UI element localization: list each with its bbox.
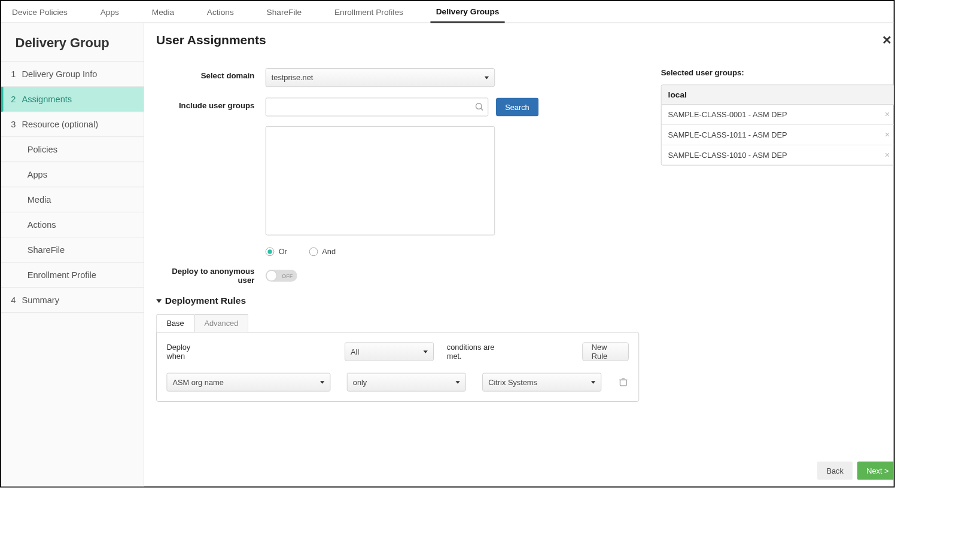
toggle-text: OFF bbox=[282, 273, 293, 279]
deploy-when-dropdown[interactable]: All bbox=[345, 342, 434, 361]
subtab-base[interactable]: Base bbox=[156, 314, 194, 332]
search-results-box bbox=[266, 126, 495, 236]
svg-line-1 bbox=[480, 108, 482, 110]
top-tab-bar: Device Policies Apps Media Actions Share… bbox=[1, 1, 894, 23]
selected-group-header: local bbox=[662, 85, 895, 105]
subtab-advanced[interactable]: Advanced bbox=[194, 314, 249, 332]
search-button[interactable]: Search bbox=[496, 97, 539, 116]
chevron-down-icon bbox=[156, 299, 162, 303]
chevron-down-icon bbox=[455, 381, 459, 384]
svg-point-0 bbox=[476, 103, 482, 109]
deploy-when-value: All bbox=[351, 347, 359, 356]
svg-rect-2 bbox=[620, 380, 626, 386]
sidebar-item-resource[interactable]: 3 Resource (optional) bbox=[1, 112, 144, 137]
chevron-down-icon bbox=[320, 381, 324, 384]
selected-group-item: SAMPLE-CLASS-1010 - ASM DEP × bbox=[662, 145, 895, 165]
sidebar-item-label: Delivery Group Info bbox=[22, 69, 98, 78]
include-user-groups-label: Include user groups bbox=[156, 97, 266, 109]
radio-and[interactable]: And bbox=[309, 248, 336, 257]
sidebar-item-label: Assignments bbox=[22, 94, 72, 103]
chevron-down-icon bbox=[424, 350, 428, 353]
radio-or[interactable]: Or bbox=[266, 248, 287, 257]
wizard-sidebar: Delivery Group 1 Delivery Group Info 2 A… bbox=[1, 23, 144, 486]
deployment-rules-header[interactable]: Deployment Rules bbox=[156, 295, 639, 306]
new-rule-button[interactable]: New Rule bbox=[582, 342, 629, 361]
rule-value-value: Citrix Systems bbox=[488, 378, 537, 387]
selected-group-item: SAMPLE-CLASS-0001 - ASM DEP × bbox=[662, 105, 895, 125]
chevron-down-icon bbox=[485, 76, 489, 79]
select-domain-label: Select domain bbox=[156, 68, 266, 80]
group-item-label: SAMPLE-CLASS-1011 - ASM DEP bbox=[668, 130, 787, 139]
sidebar-item-apps[interactable]: Apps bbox=[1, 162, 144, 187]
rule-value-dropdown[interactable]: Citrix Systems bbox=[482, 373, 601, 392]
tab-apps[interactable]: Apps bbox=[95, 1, 124, 23]
sidebar-item-label: Resource (optional) bbox=[22, 119, 98, 129]
tab-media[interactable]: Media bbox=[147, 1, 180, 23]
user-group-search-box[interactable] bbox=[266, 97, 488, 116]
sidebar-item-sharefile[interactable]: ShareFile bbox=[1, 237, 144, 263]
tab-sharefile[interactable]: ShareFile bbox=[261, 1, 307, 23]
deployment-rules-title: Deployment Rules bbox=[165, 295, 246, 306]
deploy-anon-label: Deploy to anonymous user bbox=[156, 267, 266, 284]
delete-rule-icon[interactable] bbox=[618, 377, 629, 387]
radio-or-label: Or bbox=[279, 248, 287, 257]
conditions-met-label: conditions are met. bbox=[447, 343, 501, 360]
sidebar-item-assignments[interactable]: 2 Assignments bbox=[1, 87, 144, 112]
rules-panel: Deploy when All conditions are met. New … bbox=[156, 332, 639, 402]
sidebar-item-summary[interactable]: 4 Summary bbox=[1, 288, 144, 313]
selected-groups-title: Selected user groups: bbox=[661, 68, 895, 77]
group-item-label: SAMPLE-CLASS-0001 - ASM DEP bbox=[668, 110, 787, 119]
main-panel: User Assignments ✕ Select domain testpri… bbox=[144, 23, 894, 486]
selected-groups-list: local SAMPLE-CLASS-0001 - ASM DEP × SAMP… bbox=[661, 85, 895, 166]
select-domain-dropdown[interactable]: testprise.net bbox=[266, 68, 495, 87]
rule-field-value: ASM org name bbox=[173, 378, 224, 387]
tab-delivery-groups[interactable]: Delivery Groups bbox=[431, 1, 505, 23]
step-number: 2 bbox=[11, 94, 22, 103]
sidebar-item-delivery-group-info[interactable]: 1 Delivery Group Info bbox=[1, 62, 144, 87]
deploy-when-label: Deploy when bbox=[166, 343, 203, 360]
step-number: 4 bbox=[11, 295, 22, 304]
deploy-anon-toggle[interactable]: OFF bbox=[266, 270, 297, 282]
rule-field-dropdown[interactable]: ASM org name bbox=[166, 373, 330, 392]
page-title: User Assignments bbox=[156, 33, 266, 48]
sidebar-item-actions[interactable]: Actions bbox=[1, 212, 144, 237]
tab-device-policies[interactable]: Device Policies bbox=[7, 1, 73, 23]
sidebar-item-label: Summary bbox=[22, 295, 59, 304]
remove-group-icon[interactable]: × bbox=[885, 110, 890, 120]
wizard-footer: Back Next > bbox=[817, 461, 895, 480]
next-button[interactable]: Next > bbox=[857, 461, 895, 480]
close-icon[interactable]: ✕ bbox=[877, 33, 894, 47]
search-icon bbox=[474, 102, 484, 112]
step-number: 3 bbox=[11, 119, 22, 129]
selected-group-item: SAMPLE-CLASS-1011 - ASM DEP × bbox=[662, 125, 895, 145]
remove-group-icon[interactable]: × bbox=[885, 150, 890, 160]
radio-icon bbox=[266, 248, 275, 257]
remove-group-icon[interactable]: × bbox=[885, 130, 890, 139]
user-group-search-input[interactable] bbox=[272, 102, 474, 112]
tab-actions[interactable]: Actions bbox=[202, 1, 239, 23]
group-item-label: SAMPLE-CLASS-1010 - ASM DEP bbox=[668, 151, 787, 160]
sidebar-title: Delivery Group bbox=[1, 23, 144, 62]
radio-and-label: And bbox=[322, 248, 336, 257]
radio-icon bbox=[309, 248, 318, 257]
tab-enrollment-profiles[interactable]: Enrollment Profiles bbox=[329, 1, 409, 23]
rule-op-dropdown[interactable]: only bbox=[347, 373, 466, 392]
step-number: 1 bbox=[11, 69, 22, 78]
back-button[interactable]: Back bbox=[817, 461, 853, 480]
sidebar-item-policies[interactable]: Policies bbox=[1, 137, 144, 162]
chevron-down-icon bbox=[591, 381, 595, 384]
select-domain-value: testprise.net bbox=[272, 73, 314, 82]
rule-op-value: only bbox=[353, 378, 367, 387]
sidebar-item-enrollment-profile[interactable]: Enrollment Profile bbox=[1, 263, 144, 288]
sidebar-item-media[interactable]: Media bbox=[1, 187, 144, 212]
